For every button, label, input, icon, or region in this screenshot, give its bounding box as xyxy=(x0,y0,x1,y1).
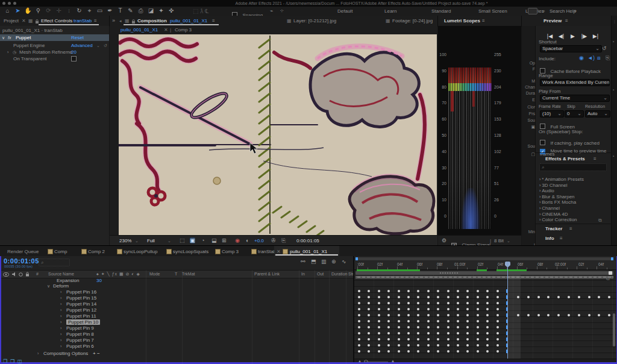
layer-row[interactable]: ›Puppet Pin 9 xyxy=(1,325,353,331)
pen-tool-icon[interactable]: ✒ xyxy=(105,7,115,14)
keyframe-dot[interactable] xyxy=(427,296,430,298)
bit-depth-value[interactable]: 8 Bit xyxy=(494,238,504,243)
collapsed-panel-strip[interactable] xyxy=(522,26,536,245)
keyframe-dot[interactable] xyxy=(496,344,499,347)
draft-3d-icon[interactable]: ⬒ xyxy=(311,259,316,265)
keyframe-dot[interactable] xyxy=(457,338,459,340)
keyframe-dot[interactable] xyxy=(378,296,380,298)
twirl-icon[interactable]: › xyxy=(60,320,61,324)
keyframe-dot[interactable] xyxy=(358,314,360,316)
expand-layer-switches-icon[interactable]: ❐ xyxy=(3,359,7,364)
expand-inout-icon[interactable]: ◫ xyxy=(17,359,22,364)
twirl-icon[interactable]: › xyxy=(60,314,61,318)
keyframe-dot[interactable] xyxy=(358,320,360,322)
next-frame-button[interactable]: |▶ xyxy=(578,33,590,39)
keyframe-dot[interactable] xyxy=(447,326,449,328)
reset-param-icon[interactable]: ↺ xyxy=(104,43,107,48)
keyframe-dot[interactable] xyxy=(496,326,499,328)
zoom-out-mountain-icon[interactable]: ▲ xyxy=(358,359,362,362)
preview-time-value[interactable]: 0:00:01:05 xyxy=(296,238,319,243)
keyframe-dot[interactable] xyxy=(398,302,400,304)
roto-brush-tool-icon[interactable]: ✦ xyxy=(156,7,166,14)
rectangle-tool-icon[interactable]: ▭ xyxy=(95,7,105,14)
tab-footage[interactable]: Footage: [0-24].jpg xyxy=(392,18,433,24)
twirl-icon[interactable]: › xyxy=(60,344,61,348)
keyframe-dot[interactable] xyxy=(447,332,449,334)
twirl-icon[interactable]: › xyxy=(60,332,61,336)
search-icon[interactable]: ⌕ xyxy=(542,8,545,14)
keyframe-dot[interactable] xyxy=(537,314,540,316)
hand-tool-icon[interactable]: ✋ xyxy=(23,7,33,14)
layer-row[interactable]: ›Compositing Options+ − xyxy=(1,351,353,357)
graph-editor-icon[interactable]: ∿ xyxy=(342,259,346,265)
keyframe-dot[interactable] xyxy=(496,338,499,340)
vertical-scrollbar[interactable] xyxy=(613,313,615,347)
twirl-icon[interactable]: › xyxy=(60,338,61,342)
keyframe-dot[interactable] xyxy=(447,320,449,322)
keyframe-dot[interactable] xyxy=(588,314,590,316)
layer-label[interactable]: Puppet Pin 7 xyxy=(66,337,94,343)
mesh-rotation-value[interactable]: 20 xyxy=(71,49,77,55)
play-from-dropdown[interactable]: Current Time⌄ xyxy=(540,95,610,102)
comp-marker-bin-icon[interactable]: ⧉ xyxy=(606,276,610,282)
keyframe-grid[interactable] xyxy=(354,275,616,359)
keyframe-dot[interactable] xyxy=(407,320,410,322)
tab-transtab[interactable]: tranStab xyxy=(258,249,276,254)
keyframe-dot[interactable] xyxy=(427,344,430,347)
panel-grip-icon[interactable]: ▪ xyxy=(613,40,614,43)
keyframe-dot[interactable] xyxy=(447,338,449,340)
time-navigator-bar[interactable] xyxy=(355,257,613,260)
skip-dropdown[interactable]: 0⌄ xyxy=(565,110,584,118)
layer-label[interactable]: Compositing Options xyxy=(43,351,88,356)
layer-row[interactable]: ›Puppet Pin 11 xyxy=(1,313,353,319)
resolution-dropdown[interactable]: Auto⌄ xyxy=(585,110,610,118)
pixel-aspect-icon[interactable]: ⊞ xyxy=(222,237,227,243)
search-help-label[interactable]: Search Help xyxy=(550,8,576,14)
workspace-overflow-icon[interactable] xyxy=(528,8,537,14)
keyframe-dot[interactable] xyxy=(447,314,449,316)
keyframe-dot[interactable] xyxy=(457,350,459,353)
keyframe-dot[interactable] xyxy=(457,344,459,347)
keyframe-dot[interactable] xyxy=(398,344,400,347)
brush-tool-icon[interactable]: ✎ xyxy=(125,7,136,14)
viewer-subtab-close-icon[interactable]: ✕ xyxy=(164,27,168,33)
keyframe-dot[interactable] xyxy=(407,326,410,328)
keyframe-dot[interactable] xyxy=(496,320,499,322)
frame-rate-dropdown[interactable]: (10)⌄ xyxy=(540,110,564,118)
layer-label[interactable]: Puppet Pin 6 xyxy=(66,344,94,349)
col-t[interactable]: T xyxy=(175,272,177,276)
twirl-right-icon[interactable]: › xyxy=(7,50,8,54)
keyframe-dot[interactable] xyxy=(398,332,400,334)
keyframe-dot[interactable] xyxy=(568,296,570,298)
layer-row[interactable]: ›Puppet Pin 12 xyxy=(1,307,353,313)
tab-preview[interactable]: Preview xyxy=(543,18,562,24)
navigator-end-handle[interactable] xyxy=(611,257,613,260)
effects-group-row[interactable]: › Color Correction xyxy=(539,213,577,224)
layer-label[interactable]: Puppet Pin 11 xyxy=(66,313,96,319)
layer-duration-bar[interactable] xyxy=(355,276,613,278)
tab-close-icon[interactable]: ✕ xyxy=(277,249,281,254)
keyframe-dot[interactable] xyxy=(427,314,430,316)
keyframe-dot[interactable] xyxy=(527,314,530,316)
keyframe-dot[interactable] xyxy=(398,320,400,322)
tab-render-queue[interactable]: Render Queue xyxy=(7,249,39,254)
tab-timeline-active[interactable]: ✕ pullu_001_01_X1 xyxy=(274,246,339,256)
reset-shortcut-icon[interactable]: ↺ xyxy=(602,45,607,51)
twirl-icon[interactable]: › xyxy=(60,290,61,294)
range-dropdown[interactable]: Work Area Extended By Current… xyxy=(540,79,610,86)
keyframe-dot[interactable] xyxy=(358,350,360,353)
keyframe-dot[interactable] xyxy=(457,290,459,292)
keyframe-dot[interactable] xyxy=(447,344,449,347)
workspace-small-screen[interactable]: Small Screen xyxy=(478,8,507,14)
keyframe-dot[interactable] xyxy=(427,308,430,310)
keyframe-dot[interactable] xyxy=(407,338,410,340)
layer-label[interactable]: Puppet Pin 10 xyxy=(66,319,100,325)
timeline-search-input[interactable]: ⌕ xyxy=(39,259,70,266)
twirl-down-icon[interactable]: ∨ xyxy=(2,36,5,40)
keyframe-dot[interactable] xyxy=(398,308,400,310)
twirl-icon[interactable]: › xyxy=(60,302,61,306)
keyframe-dot[interactable] xyxy=(358,290,360,292)
preview-menu-icon[interactable]: ≡ xyxy=(565,18,568,24)
keyframe-dot[interactable] xyxy=(457,326,459,328)
tab-info[interactable]: Info xyxy=(545,236,554,241)
